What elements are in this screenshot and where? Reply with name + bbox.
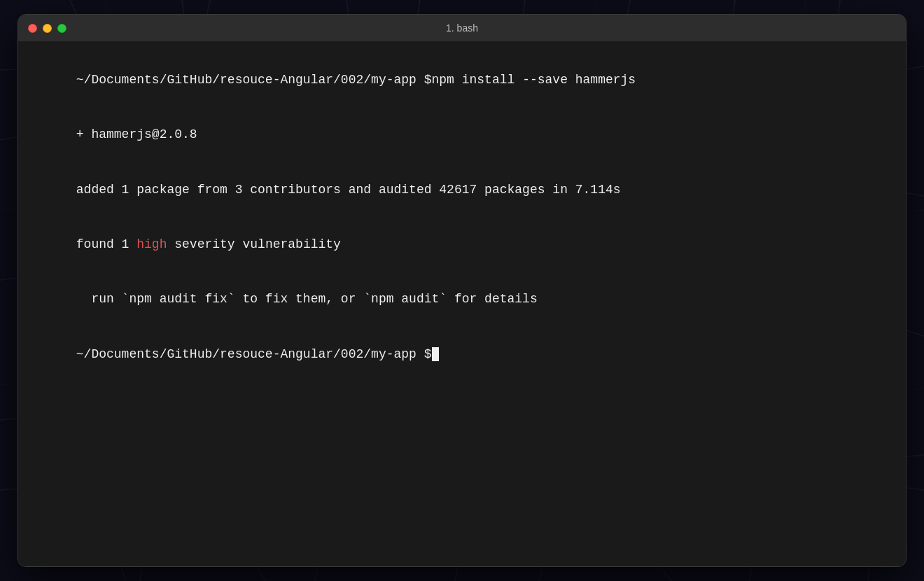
prompt-path-1: ~/Documents/GitHub/resouce-Angular/002/m…	[76, 73, 424, 87]
maximize-button[interactable]	[57, 24, 66, 33]
title-bar: 1. bash	[18, 15, 906, 41]
close-button[interactable]	[28, 24, 37, 33]
minimize-button[interactable]	[43, 24, 52, 33]
terminal-window: 1. bash ~/Documents/GitHub/resouce-Angul…	[18, 14, 906, 567]
output-2: + hammerjs@2.0.8	[76, 127, 197, 141]
found-label: found 1	[76, 237, 136, 251]
output-3: added 1 package from 3 contributors and …	[76, 183, 621, 197]
severity-high: high	[136, 237, 167, 251]
terminal-line-1: ~/Documents/GitHub/resouce-Angular/002/m…	[31, 52, 893, 107]
command-1: $npm install --save hammerjs	[424, 73, 636, 87]
severity-text: severity vulnerability	[167, 237, 340, 251]
terminal-line-3: added 1 package from 3 contributors and …	[31, 162, 893, 217]
terminal-line-6: ~/Documents/GitHub/resouce-Angular/002/m…	[31, 326, 893, 381]
audit-suggestion: run `npm audit fix` to fix them, or `npm…	[76, 292, 538, 306]
prompt-path-2: ~/Documents/GitHub/resouce-Angular/002/m…	[76, 347, 424, 361]
terminal-line-5: run `npm audit fix` to fix them, or `npm…	[31, 272, 893, 326]
terminal-line-4: found 1 high severity vulnerability	[31, 217, 893, 272]
window-title: 1. bash	[446, 22, 478, 34]
terminal-line-2: + hammerjs@2.0.8	[31, 107, 893, 162]
terminal-cursor	[432, 347, 439, 361]
terminal-body[interactable]: ~/Documents/GitHub/resouce-Angular/002/m…	[18, 41, 906, 566]
prompt-dollar: $	[424, 347, 432, 361]
window-controls	[28, 24, 66, 33]
